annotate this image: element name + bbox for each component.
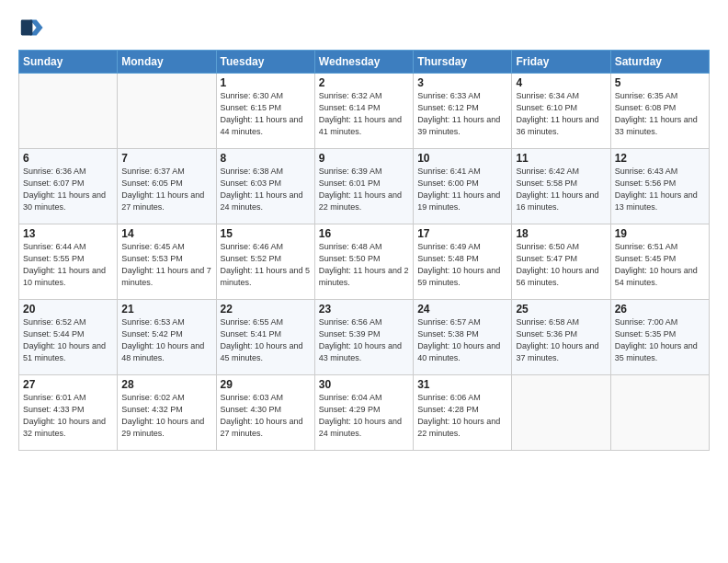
calendar-cell: 30Sunrise: 6:04 AM Sunset: 4:29 PM Dayli… — [314, 375, 413, 451]
day-info: Sunrise: 6:52 AM Sunset: 5:44 PM Dayligh… — [23, 316, 113, 364]
calendar-cell: 27Sunrise: 6:01 AM Sunset: 4:33 PM Dayli… — [19, 375, 118, 451]
day-info: Sunrise: 6:03 AM Sunset: 4:30 PM Dayligh… — [221, 392, 311, 440]
calendar-cell: 4Sunrise: 6:34 AM Sunset: 6:10 PM Daylig… — [512, 74, 610, 149]
day-info: Sunrise: 6:45 AM Sunset: 5:53 PM Dayligh… — [121, 241, 211, 289]
day-info: Sunrise: 6:30 AM Sunset: 6:15 PM Dayligh… — [221, 90, 311, 138]
day-info: Sunrise: 6:50 AM Sunset: 5:47 PM Dayligh… — [516, 241, 606, 289]
calendar-cell: 24Sunrise: 6:57 AM Sunset: 5:38 PM Dayli… — [414, 300, 512, 375]
day-number: 1 — [221, 76, 311, 89]
day-number: 27 — [23, 378, 113, 391]
day-number: 26 — [615, 303, 705, 316]
calendar-cell: 29Sunrise: 6:03 AM Sunset: 4:30 PM Dayli… — [216, 375, 314, 451]
calendar-cell: 23Sunrise: 6:56 AM Sunset: 5:39 PM Dayli… — [314, 300, 413, 375]
day-info: Sunrise: 6:01 AM Sunset: 4:33 PM Dayligh… — [23, 392, 113, 440]
page: SundayMondayTuesdayWednesdayThursdayFrid… — [0, 0, 728, 563]
day-number: 14 — [121, 227, 211, 240]
day-info: Sunrise: 6:32 AM Sunset: 6:14 PM Dayligh… — [319, 90, 409, 138]
day-number: 20 — [23, 303, 113, 316]
day-number: 10 — [417, 152, 507, 165]
day-info: Sunrise: 6:38 AM Sunset: 6:03 PM Dayligh… — [221, 166, 311, 213]
calendar-cell: 16Sunrise: 6:48 AM Sunset: 5:50 PM Dayli… — [314, 224, 413, 300]
calendar-week-row: 6Sunrise: 6:36 AM Sunset: 6:07 PM Daylig… — [19, 149, 710, 224]
calendar-cell: 31Sunrise: 6:06 AM Sunset: 4:28 PM Dayli… — [414, 375, 512, 451]
day-info: Sunrise: 6:35 AM Sunset: 6:08 PM Dayligh… — [615, 90, 705, 138]
day-number: 19 — [615, 227, 705, 240]
calendar-cell: 3Sunrise: 6:33 AM Sunset: 6:12 PM Daylig… — [414, 74, 512, 149]
day-number: 25 — [516, 303, 606, 316]
day-info: Sunrise: 6:43 AM Sunset: 5:56 PM Dayligh… — [615, 166, 705, 213]
calendar-cell: 6Sunrise: 6:36 AM Sunset: 6:07 PM Daylig… — [19, 149, 118, 224]
day-info: Sunrise: 6:57 AM Sunset: 5:38 PM Dayligh… — [417, 316, 507, 364]
day-info: Sunrise: 6:56 AM Sunset: 5:39 PM Dayligh… — [319, 316, 409, 364]
day-info: Sunrise: 6:46 AM Sunset: 5:52 PM Dayligh… — [221, 241, 311, 289]
day-info: Sunrise: 6:42 AM Sunset: 5:58 PM Dayligh… — [516, 166, 606, 213]
svg-rect-1 — [21, 20, 33, 36]
calendar-cell: 18Sunrise: 6:50 AM Sunset: 5:47 PM Dayli… — [512, 224, 610, 300]
calendar-week-row: 1Sunrise: 6:30 AM Sunset: 6:15 PM Daylig… — [19, 74, 710, 149]
logo-icon — [18, 15, 44, 40]
calendar-cell: 22Sunrise: 6:55 AM Sunset: 5:41 PM Dayli… — [216, 300, 314, 375]
calendar-cell — [118, 74, 216, 149]
day-number: 11 — [516, 152, 606, 165]
day-number: 28 — [121, 378, 211, 391]
calendar-cell: 26Sunrise: 7:00 AM Sunset: 5:35 PM Dayli… — [610, 300, 709, 375]
day-number: 8 — [221, 152, 311, 165]
calendar-cell — [512, 375, 610, 451]
day-info: Sunrise: 6:53 AM Sunset: 5:42 PM Dayligh… — [121, 316, 211, 364]
calendar-week-row: 27Sunrise: 6:01 AM Sunset: 4:33 PM Dayli… — [19, 375, 710, 451]
day-number: 23 — [319, 303, 409, 316]
calendar-cell: 12Sunrise: 6:43 AM Sunset: 5:56 PM Dayli… — [610, 149, 709, 224]
day-info: Sunrise: 6:39 AM Sunset: 6:01 PM Dayligh… — [319, 166, 409, 213]
day-info: Sunrise: 6:41 AM Sunset: 6:00 PM Dayligh… — [417, 166, 507, 213]
day-number: 9 — [319, 152, 409, 165]
day-number: 4 — [516, 76, 606, 89]
calendar-cell: 20Sunrise: 6:52 AM Sunset: 5:44 PM Dayli… — [19, 300, 118, 375]
day-number: 17 — [417, 227, 507, 240]
col-header-thursday: Thursday — [414, 51, 512, 74]
day-info: Sunrise: 6:02 AM Sunset: 4:32 PM Dayligh… — [121, 392, 211, 440]
day-number: 21 — [121, 303, 211, 316]
calendar-cell: 1Sunrise: 6:30 AM Sunset: 6:15 PM Daylig… — [216, 74, 314, 149]
day-number: 7 — [121, 152, 211, 165]
calendar-cell — [19, 74, 118, 149]
day-info: Sunrise: 7:00 AM Sunset: 5:35 PM Dayligh… — [615, 316, 705, 364]
day-number: 15 — [221, 227, 311, 240]
calendar-header-row: SundayMondayTuesdayWednesdayThursdayFrid… — [19, 51, 710, 74]
day-info: Sunrise: 6:33 AM Sunset: 6:12 PM Dayligh… — [417, 90, 507, 138]
col-header-sunday: Sunday — [19, 51, 118, 74]
day-number: 18 — [516, 227, 606, 240]
day-number: 30 — [319, 378, 409, 391]
day-number: 29 — [221, 378, 311, 391]
calendar-cell: 25Sunrise: 6:58 AM Sunset: 5:36 PM Dayli… — [512, 300, 610, 375]
day-number: 5 — [615, 76, 705, 89]
day-info: Sunrise: 6:55 AM Sunset: 5:41 PM Dayligh… — [221, 316, 311, 364]
day-info: Sunrise: 6:48 AM Sunset: 5:50 PM Dayligh… — [319, 241, 409, 289]
calendar-cell: 7Sunrise: 6:37 AM Sunset: 6:05 PM Daylig… — [118, 149, 216, 224]
calendar-cell: 15Sunrise: 6:46 AM Sunset: 5:52 PM Dayli… — [216, 224, 314, 300]
calendar-table: SundayMondayTuesdayWednesdayThursdayFrid… — [18, 50, 710, 451]
header — [18, 15, 710, 40]
day-info: Sunrise: 6:58 AM Sunset: 5:36 PM Dayligh… — [516, 316, 606, 364]
calendar-week-row: 20Sunrise: 6:52 AM Sunset: 5:44 PM Dayli… — [19, 300, 710, 375]
logo — [18, 15, 48, 40]
day-info: Sunrise: 6:49 AM Sunset: 5:48 PM Dayligh… — [417, 241, 507, 289]
day-number: 3 — [417, 76, 507, 89]
calendar-cell: 17Sunrise: 6:49 AM Sunset: 5:48 PM Dayli… — [414, 224, 512, 300]
calendar-cell: 11Sunrise: 6:42 AM Sunset: 5:58 PM Dayli… — [512, 149, 610, 224]
calendar-cell: 5Sunrise: 6:35 AM Sunset: 6:08 PM Daylig… — [610, 74, 709, 149]
day-info: Sunrise: 6:34 AM Sunset: 6:10 PM Dayligh… — [516, 90, 606, 138]
day-number: 12 — [615, 152, 705, 165]
calendar-cell: 2Sunrise: 6:32 AM Sunset: 6:14 PM Daylig… — [314, 74, 413, 149]
calendar-cell: 28Sunrise: 6:02 AM Sunset: 4:32 PM Dayli… — [118, 375, 216, 451]
day-info: Sunrise: 6:37 AM Sunset: 6:05 PM Dayligh… — [121, 166, 211, 213]
calendar-cell: 19Sunrise: 6:51 AM Sunset: 5:45 PM Dayli… — [610, 224, 709, 300]
calendar-cell: 13Sunrise: 6:44 AM Sunset: 5:55 PM Dayli… — [19, 224, 118, 300]
day-info: Sunrise: 6:44 AM Sunset: 5:55 PM Dayligh… — [23, 241, 113, 289]
day-number: 16 — [319, 227, 409, 240]
calendar-cell — [610, 375, 709, 451]
calendar-cell: 9Sunrise: 6:39 AM Sunset: 6:01 PM Daylig… — [314, 149, 413, 224]
day-info: Sunrise: 6:04 AM Sunset: 4:29 PM Dayligh… — [319, 392, 409, 440]
calendar-cell: 14Sunrise: 6:45 AM Sunset: 5:53 PM Dayli… — [118, 224, 216, 300]
day-number: 13 — [23, 227, 113, 240]
calendar-cell: 8Sunrise: 6:38 AM Sunset: 6:03 PM Daylig… — [216, 149, 314, 224]
